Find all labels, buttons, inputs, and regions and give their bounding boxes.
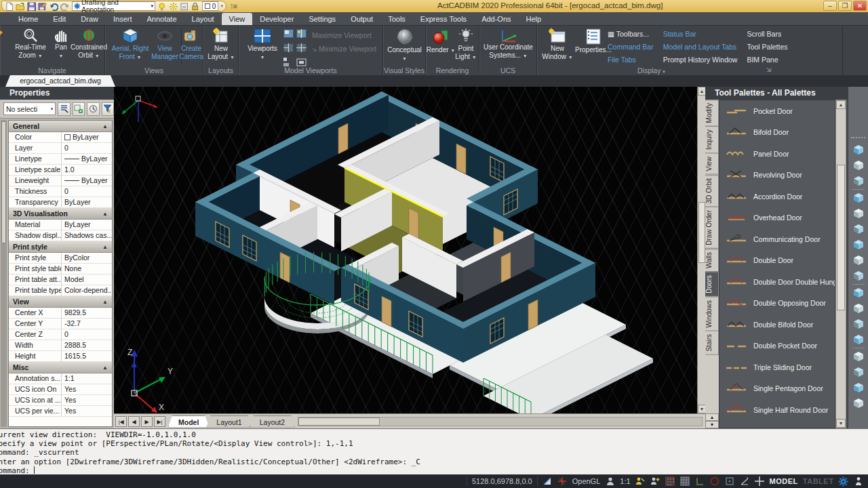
user-icon[interactable] xyxy=(853,476,863,487)
maximize-viewport-button[interactable]: Maximize Viewport xyxy=(312,31,376,39)
palette-tabs-up-icon[interactable]: ▲ xyxy=(705,413,719,421)
palette-item-bifold-door[interactable]: Bifold Door xyxy=(719,122,835,144)
property-row[interactable]: LineweightByLayer xyxy=(9,176,112,186)
section-header-general[interactable]: General▲ xyxy=(9,121,112,132)
solid-tool-icon[interactable] xyxy=(851,317,866,331)
palette-item-triple-sliding-door[interactable]: Triple Sliding Door xyxy=(719,357,835,378)
property-value[interactable]: -32.7 xyxy=(62,319,112,329)
property-value[interactable]: 1.0 xyxy=(62,165,112,175)
section-header-view[interactable]: View▲ xyxy=(9,296,112,308)
layer-freeze-sun-icon[interactable] xyxy=(169,1,178,11)
palette-tab-walls[interactable]: Walls xyxy=(705,249,719,272)
solid-tool-icon[interactable] xyxy=(851,190,866,205)
menu-output[interactable]: Output xyxy=(343,13,380,25)
new-file-icon[interactable] xyxy=(5,1,14,11)
menu-draw[interactable]: Draw xyxy=(73,13,106,25)
palette-tab-inquiry[interactable]: Inquiry xyxy=(705,126,719,153)
solid-tool-icon[interactable] xyxy=(851,365,866,380)
quick-select-button[interactable] xyxy=(73,102,85,116)
solid-tool-icon[interactable] xyxy=(851,237,866,252)
model-viewport[interactable]: Z Y X xyxy=(114,87,697,413)
ortho-icon[interactable] xyxy=(695,476,705,487)
palette-item-single-pentagon-door[interactable]: Single Pentagon Door xyxy=(719,378,835,400)
display-toggle-toolbars-[interactable]: ▦ Toolbars... xyxy=(608,30,654,38)
viewport-two-icon[interactable] xyxy=(296,28,307,41)
annotation-scale-label[interactable]: 1:1 xyxy=(620,477,630,485)
tab-last-button[interactable]: ▶| xyxy=(154,416,165,427)
property-row[interactable]: MaterialByLayer xyxy=(9,220,112,230)
property-value[interactable]: ByLayer xyxy=(62,220,112,230)
solid-tool-icon[interactable] xyxy=(851,206,866,221)
section-header-3d-visualisation[interactable]: 3D Visualisation▲ xyxy=(9,208,112,220)
aerial-view-button[interactable]: Aerial, Right Front ▼ xyxy=(109,28,151,61)
property-row[interactable]: LinetypeByLayer xyxy=(9,154,112,165)
property-value[interactable]: ByLayer xyxy=(62,154,112,164)
annotation-person-icon[interactable] xyxy=(605,476,615,487)
select-objects-button[interactable] xyxy=(87,102,99,116)
palette-item-accordion-door[interactable]: Accordion Door xyxy=(719,186,835,207)
property-value[interactable]: ByLayer xyxy=(62,176,112,186)
restore-button[interactable]: ❐ xyxy=(838,1,852,11)
viewports-button[interactable]: Viewports ▼ xyxy=(244,28,281,61)
palette-item-pocket-door[interactable]: Pocket Door xyxy=(719,100,835,122)
viewport-four-icon[interactable] xyxy=(296,43,307,55)
display-toggle-scroll-bars[interactable]: Scroll Bars xyxy=(747,30,787,38)
close-button[interactable]: ✕ xyxy=(853,1,867,11)
property-value[interactable]: ByLayer xyxy=(62,197,112,207)
property-value[interactable]: 0 xyxy=(62,143,112,153)
create-camera-button[interactable]: Create Camera xyxy=(178,28,204,60)
property-value[interactable]: None xyxy=(62,264,112,274)
section-header-misc[interactable]: Misc▲ xyxy=(9,362,112,373)
property-value[interactable]: 9829.5 xyxy=(62,308,112,318)
property-row[interactable]: ColorByLayer xyxy=(9,132,112,143)
viewport-three-icon[interactable] xyxy=(283,43,294,55)
tab-next-button[interactable]: ▶ xyxy=(141,416,153,427)
palette-scrollbar[interactable]: ▲ ▼ xyxy=(835,100,846,428)
display-toggle-tool-palettes[interactable]: Tool Palettes xyxy=(747,43,787,51)
command-line[interactable]: Command: _vscurrent xyxy=(3,448,868,457)
opengl-label[interactable]: OpenGL xyxy=(572,477,601,485)
layer-lock-icon[interactable] xyxy=(191,1,199,11)
solid-tool-icon[interactable] xyxy=(851,142,866,157)
layer-plot-icon[interactable] xyxy=(180,1,189,11)
menu-home[interactable]: Home xyxy=(11,13,45,25)
menu-developer[interactable]: Developer xyxy=(252,13,301,25)
pan-button[interactable]: Pan ▼ xyxy=(49,28,73,60)
solid-tool-icon[interactable] xyxy=(851,222,866,237)
file-tab[interactable]: ergocad_actcad_bim.dwg xyxy=(5,75,115,87)
view-manager-button[interactable]: View Manager xyxy=(151,28,178,60)
dialog-launcher-icon[interactable]: ⇲ xyxy=(766,66,772,73)
undo-icon[interactable] xyxy=(50,1,58,11)
property-row[interactable]: Center Y-32.7 xyxy=(9,319,112,329)
qat-dropdown-icon[interactable]: ▾ xyxy=(220,3,223,9)
solid-tool-icon[interactable] xyxy=(851,174,866,188)
tab-model[interactable]: Model xyxy=(168,415,209,428)
property-row[interactable]: TransparencyByLayer xyxy=(9,197,112,208)
dynamic-ucs-icon[interactable] xyxy=(542,476,553,487)
solid-tool-icon[interactable] xyxy=(851,301,866,316)
layer-on-bulb-icon[interactable] xyxy=(157,1,166,11)
filter-button[interactable] xyxy=(102,102,114,116)
palette-item-double-pocket-door[interactable]: Double Pocket Door xyxy=(719,336,835,357)
open-file-icon[interactable] xyxy=(16,1,24,11)
display-toggle-command-bar[interactable]: Command Bar xyxy=(608,43,654,51)
save-as-icon[interactable] xyxy=(38,1,47,11)
palette-tab-stairs[interactable]: Stairs xyxy=(705,331,719,355)
redraw-button[interactable] xyxy=(0,28,11,43)
command-line[interactable]: Current view direction: VIEWDIR=-1.0,1.0… xyxy=(3,430,868,439)
crosshair-icon[interactable] xyxy=(755,476,765,487)
palette-item-double-door[interactable]: Double Door xyxy=(719,250,835,272)
osnap-icon[interactable] xyxy=(725,476,735,487)
workspace-selector[interactable]: Drafting and Annotation ▾ xyxy=(72,1,155,11)
viewport-vscrollbar[interactable]: ▲ ▼ xyxy=(697,87,705,413)
solid-tool-icon[interactable] xyxy=(851,332,866,347)
property-row[interactable]: Print table att...Model xyxy=(9,274,112,285)
property-row[interactable]: Annotation s...1:1 xyxy=(9,373,112,384)
property-value[interactable]: Yes xyxy=(62,395,112,405)
property-row[interactable]: UCS icon at ...Yes xyxy=(9,395,112,406)
menu-layout[interactable]: Layout xyxy=(184,13,222,25)
solid-tool-icon[interactable] xyxy=(851,253,866,268)
settings-gear-icon[interactable] xyxy=(838,476,848,487)
property-row[interactable]: Print styleByColor xyxy=(9,253,112,264)
property-row[interactable]: Layer0 xyxy=(9,143,112,154)
